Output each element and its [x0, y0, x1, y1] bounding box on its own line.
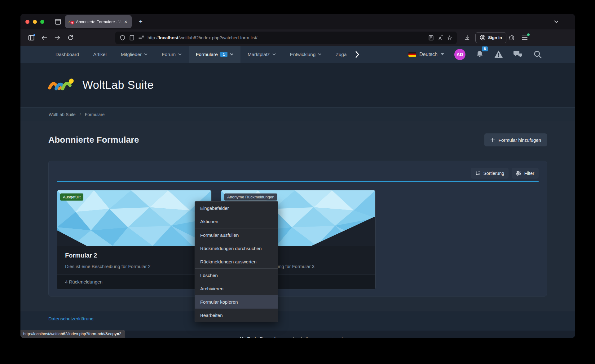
browser-toolbar: http://localhost/woltlab62/index.php?wat…	[20, 29, 575, 46]
nav-overflow-chevron-right-icon[interactable]	[355, 46, 359, 63]
form-list-panel: Sortierung Filter	[48, 161, 547, 297]
zoom-window-button[interactable]	[40, 20, 44, 24]
tab-bar: ✓ 6 Abonnierte Formulare - WoltLab ✕ +	[20, 14, 575, 29]
window-controls	[25, 20, 44, 24]
nav-item-entwicklung[interactable]: Entwicklung	[283, 46, 329, 63]
tab-close-icon[interactable]: ✕	[123, 19, 129, 25]
status-badge-anonyme-rueckmeldungen: Anonyme Rückmeldungen	[224, 193, 277, 201]
menu-item-formular-kopieren[interactable]: Formular kopieren	[195, 295, 278, 309]
chat-icon[interactable]	[513, 50, 523, 58]
site-footer: Datenschutzerklärung	[20, 311, 575, 331]
page-title: Abonnierte Formulare	[48, 135, 139, 145]
form-card-formular-2[interactable]: Ausgefüllt Formular 2 Dies ist eine Besc…	[57, 190, 212, 289]
tab-favicon: ✓ 6	[68, 19, 73, 24]
downloads-icon[interactable]	[462, 32, 472, 43]
avatar[interactable]: AD	[454, 49, 465, 60]
form-meta: 4 Rückmeldungen	[57, 275, 211, 289]
german-flag-icon	[408, 52, 416, 57]
page-icon[interactable]	[127, 33, 136, 42]
shield-icon[interactable]	[118, 33, 127, 42]
plus-icon	[490, 137, 495, 142]
minimize-window-button[interactable]	[33, 20, 37, 24]
privacy-policy-link[interactable]: Datenschutzerklärung	[48, 316, 94, 321]
list-all-tabs-chevron-down-icon[interactable]	[554, 20, 559, 23]
menu-item-loeschen[interactable]: Löschen	[195, 269, 278, 282]
active-tab-rule	[57, 181, 539, 182]
breadcrumb-item-formulare[interactable]: Formulare	[85, 112, 105, 117]
language-label: Deutsch	[419, 52, 438, 57]
url-bar[interactable]: http://localhost/woltlab62/index.php?wat…	[115, 32, 457, 44]
sign-in-button[interactable]: Sign in	[475, 32, 506, 43]
chevron-down-icon	[178, 53, 182, 55]
firefox-view-icon[interactable]	[55, 19, 61, 25]
form-description: Dies ist eine Beschreibung für Formular …	[65, 264, 203, 269]
nav-item-artikel[interactable]: Artikel	[86, 46, 114, 63]
language-selector[interactable]: Deutsch	[408, 52, 444, 57]
nav-item-formulare[interactable]: Formulare1	[189, 46, 240, 63]
menu-hamburger-icon[interactable]	[519, 32, 530, 43]
filter-icon	[516, 171, 522, 176]
translate-icon[interactable]	[436, 33, 445, 42]
bell-icon[interactable]: 6	[476, 50, 484, 58]
sign-in-label: Sign in	[488, 35, 502, 40]
menu-item-eingabefelder[interactable]: Eingabefelder	[195, 202, 278, 215]
nav-item-mitglieder[interactable]: Mitglieder	[114, 46, 155, 63]
menu-notification-dot	[527, 33, 530, 36]
menu-item-bearbeiten[interactable]: Bearbeiten	[195, 309, 278, 322]
menu-item-archivieren[interactable]: Archivieren	[195, 282, 278, 295]
tab-title: Abonnierte Formulare - WoltLab	[76, 20, 123, 24]
sort-icon	[475, 171, 481, 176]
menu-item-rueckmeldungen-durchsuchen[interactable]: Rückmeldungen durchsuchen	[195, 242, 278, 255]
reader-mode-icon[interactable]	[426, 33, 436, 42]
chevron-down-icon	[144, 53, 148, 55]
forward-icon[interactable]	[52, 32, 63, 43]
nav-item-marktplatz[interactable]: Marktplatz	[240, 46, 283, 63]
status-url-tooltip: http://localhost/woltlab62/index.php?for…	[20, 330, 125, 338]
account-icon	[480, 35, 486, 41]
menu-item-formular-ausfuellen[interactable]: Formular ausfüllen	[195, 228, 278, 242]
main-content: Abonnierte Formulare Formular hinzufügen…	[20, 121, 575, 297]
url-protocol: http://	[148, 35, 159, 40]
browser-window: ✓ 6 Abonnierte Formulare - WoltLab ✕ +	[20, 14, 575, 338]
filter-button[interactable]: Filter	[512, 168, 539, 179]
sort-button[interactable]: Sortierung	[471, 168, 509, 179]
url-host: localhost	[159, 35, 178, 40]
form-cover-image: Ausgefüllt	[57, 190, 211, 246]
browser-tab[interactable]: ✓ 6 Abonnierte Formulare - WoltLab ✕	[65, 15, 132, 28]
menu-item-rueckmeldungen-auswerten[interactable]: Rückmeldungen auswerten	[195, 255, 278, 268]
breadcrumb: WoltLab Suite / Formulare	[20, 107, 575, 121]
chevron-down-icon	[230, 53, 233, 55]
nav-item-forum[interactable]: Forum	[155, 46, 189, 63]
menu-item-aktionen[interactable]: Aktionen	[195, 215, 278, 228]
favicon-notification-badge: 6	[70, 21, 74, 24]
sidebar-notification-dot	[33, 34, 35, 36]
search-icon[interactable]	[533, 50, 542, 59]
add-form-button[interactable]: Formular hinzufügen	[484, 133, 547, 146]
bookmark-star-icon[interactable]	[445, 33, 454, 42]
reload-icon[interactable]	[65, 32, 76, 43]
brand-title[interactable]: WoltLab Suite	[82, 79, 154, 92]
new-tab-button[interactable]: +	[136, 17, 145, 26]
form-context-menu: Eingabefelder Aktionen Formular ausfülle…	[195, 201, 278, 322]
site-navigation: Dashboard Artikel Mitglieder Forum Formu…	[20, 46, 575, 63]
woltlab-logo-icon[interactable]	[48, 77, 77, 93]
form-title[interactable]: Formular 2	[65, 252, 203, 259]
back-icon[interactable]	[39, 32, 50, 43]
nav-item-dashboard[interactable]: Dashboard	[48, 46, 86, 63]
warning-icon[interactable]	[494, 50, 503, 58]
close-window-button[interactable]	[25, 20, 29, 24]
breadcrumb-separator: /	[80, 112, 81, 117]
site-header: WoltLab Suite	[20, 63, 575, 107]
page-viewport: Dashboard Artikel Mitglieder Forum Formu…	[20, 46, 575, 338]
notification-count-badge: 6	[482, 46, 488, 51]
chevron-down-icon	[318, 53, 321, 55]
status-badge-ausgefuellt: Ausgefüllt	[60, 193, 83, 201]
permissions-icon[interactable]	[136, 33, 146, 42]
url-path: /woltlab62/index.php?watched-form-list/	[178, 35, 258, 40]
sidebar-icon[interactable]	[26, 32, 37, 43]
extensions-icon[interactable]	[506, 32, 517, 43]
chevron-down-icon	[441, 53, 444, 55]
breadcrumb-item-woltlab-suite[interactable]: WoltLab Suite	[49, 112, 76, 117]
url-text[interactable]: http://localhost/woltlab62/index.php?wat…	[148, 35, 426, 40]
nav-item-zugang-truncated[interactable]: Zuga	[328, 46, 354, 63]
